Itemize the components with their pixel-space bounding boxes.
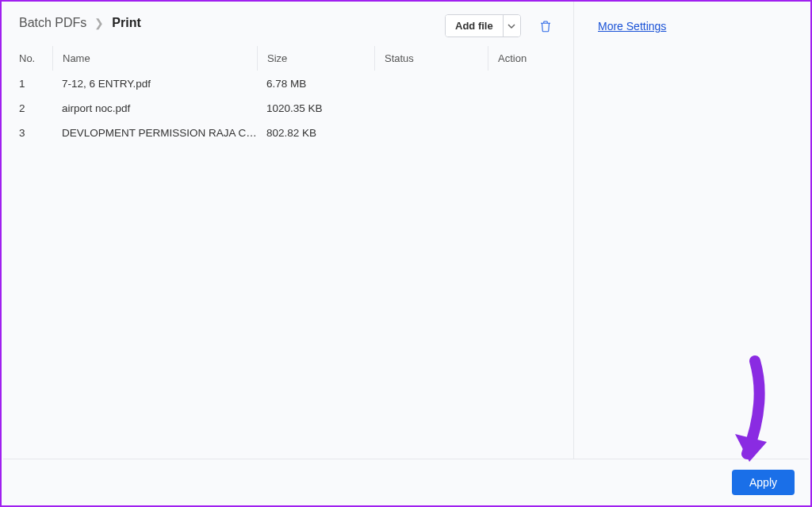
apply-button[interactable]: Apply xyxy=(732,470,795,495)
footer: Apply xyxy=(3,459,809,505)
trash-icon xyxy=(538,19,553,33)
cell-col-size: 802.82 KB xyxy=(257,127,374,139)
add-file-dropdown[interactable] xyxy=(503,15,520,36)
cell-col-size: 6.78 MB xyxy=(257,78,374,90)
cell-col-size: 1020.35 KB xyxy=(257,102,374,114)
table-row[interactable]: 2airport noc.pdf1020.35 KB xyxy=(19,96,556,121)
delete-button[interactable] xyxy=(538,19,553,33)
table-body: 17-12, 6 ENTRY.pdf6.78 MB2airport noc.pd… xyxy=(2,71,573,145)
col-header-no: No. xyxy=(19,46,52,71)
add-file-button[interactable]: Add file xyxy=(446,15,503,36)
chevron-down-icon xyxy=(508,22,515,30)
cell-col-no: 1 xyxy=(19,78,52,90)
table-row[interactable]: 17-12, 6 ENTRY.pdf6.78 MB xyxy=(19,71,556,96)
cell-col-name: DEVLOPMENT PERMISSION RAJA CHHIT... xyxy=(52,127,257,139)
add-file-button-group: Add file xyxy=(445,14,521,37)
col-header-size: Size xyxy=(257,46,374,71)
cell-col-no: 2 xyxy=(19,102,52,114)
col-header-status: Status xyxy=(374,46,488,71)
cell-col-no: 3 xyxy=(19,127,52,139)
table-row[interactable]: 3DEVLOPMENT PERMISSION RAJA CHHIT...802.… xyxy=(19,121,556,145)
cell-col-name: airport noc.pdf xyxy=(52,102,257,114)
col-header-name: Name xyxy=(52,46,257,71)
breadcrumb-parent[interactable]: Batch PDFs xyxy=(19,16,86,30)
more-settings-link[interactable]: More Settings xyxy=(598,20,666,33)
cell-col-name: 7-12, 6 ENTRY.pdf xyxy=(52,78,257,90)
chevron-right-icon: ❯ xyxy=(94,17,104,29)
breadcrumb-current: Print xyxy=(112,16,140,30)
col-header-action: Action xyxy=(488,46,556,71)
table-header: No. Name Size Status Action xyxy=(2,46,573,71)
